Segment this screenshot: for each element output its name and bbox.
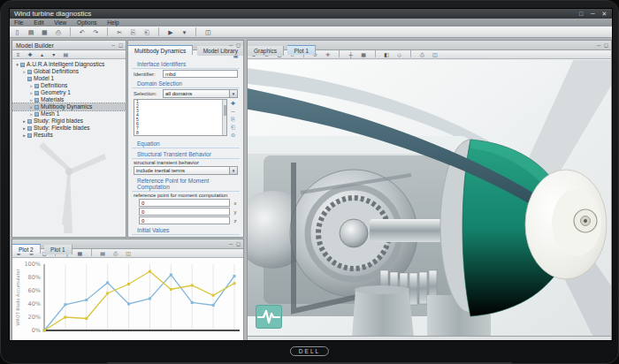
section-interface-identifiers[interactable]: Interface Identifiers [132, 60, 240, 69]
diagnostics-pulse-icon[interactable] [256, 305, 282, 329]
paste-selection-icon[interactable]: ⎗ [229, 123, 237, 130]
expander-icon[interactable]: ▾ [14, 61, 20, 68]
grid-icon[interactable]: ▦ [359, 50, 368, 58]
tab-plot-2[interactable]: Plot 2 [12, 244, 41, 254]
section-joints-summary[interactable]: Joints Summary [132, 237, 240, 238]
tree-item-geometry-1[interactable]: ▹Geometry 1 [12, 89, 126, 96]
open-icon[interactable]: ▤ [26, 27, 35, 36]
menu-options[interactable]: Options [73, 19, 101, 27]
turbine-watermark [19, 129, 118, 233]
snapshot-icon[interactable]: ◫ [124, 249, 133, 257]
expand-all-icon[interactable]: ✚ [26, 50, 34, 58]
node-icon [34, 91, 39, 95]
tab-plot-1[interactable]: Plot 1 [44, 245, 73, 254]
menu-file[interactable]: File [10, 19, 27, 27]
panel-collapse-icon[interactable]: ─ [228, 42, 233, 48]
panel-collapse-icon[interactable]: ─ [596, 42, 601, 48]
panel-collapse-icon[interactable]: ─ [111, 42, 116, 48]
expander-icon[interactable]: ▹ [21, 68, 27, 75]
new-icon[interactable]: ▯ [12, 27, 22, 36]
menu-view[interactable]: View [50, 19, 71, 27]
axes-icon[interactable]: ┼ [347, 50, 355, 58]
section-initial-values[interactable]: Initial Values [132, 226, 240, 235]
copy-selection-icon[interactable]: ⎘ [229, 115, 237, 122]
section-structural-transient[interactable]: Structural Transient Behavior [132, 150, 240, 159]
chart-area[interactable]: 0%20%40%60%80%100%WROT Blade Accumulator [12, 258, 243, 341]
section-domain-selection[interactable]: Domain Selection [132, 80, 240, 88]
chevron-down-icon[interactable]: ▾ [229, 167, 237, 174]
snapshot-icon[interactable]: ◫ [203, 27, 213, 36]
show-icon[interactable]: ▤ [62, 50, 70, 58]
cut-icon[interactable]: ✂ [115, 27, 125, 36]
expander-icon[interactable]: ▹ [28, 110, 34, 118]
close-button[interactable]: ✕ [600, 9, 609, 19]
identifier-field[interactable] [163, 70, 238, 78]
print-icon[interactable]: ⎙ [111, 249, 120, 257]
tree-item-mesh-1[interactable]: ▹Mesh 1 [12, 110, 126, 118]
node-icon [27, 77, 32, 81]
print-icon[interactable]: ⎙ [53, 27, 63, 36]
move-up-icon[interactable]: ▴ [38, 50, 46, 58]
expander-icon[interactable]: ▹ [28, 89, 34, 96]
tree-item-root[interactable]: ▾A.U.R.A Intelligent Diagnostics [12, 61, 126, 68]
panel-detach-icon[interactable]: ◻ [118, 42, 124, 48]
collapse-all-icon[interactable]: ≡ [14, 50, 22, 58]
zoom-selection-icon[interactable]: ⊙ [229, 131, 237, 138]
chevron-down-icon[interactable]: ▾ [229, 90, 237, 97]
print-icon[interactable]: ⎙ [417, 50, 426, 58]
move-down-icon[interactable]: ▾ [50, 50, 57, 58]
save-icon[interactable]: ▦ [40, 27, 50, 36]
ref-point-y-field[interactable] [139, 208, 230, 216]
tree-item-global-definitions[interactable]: ▹Global Definitions [12, 68, 126, 75]
section-reference-point[interactable]: Reference Point for Moment Computation [132, 177, 240, 192]
tab-graphics[interactable]: Graphics [248, 46, 284, 56]
window-controls: □ ─ ✕ [577, 9, 609, 19]
menu-edit[interactable]: Edit [29, 19, 48, 27]
tree-item-study-rigid-blades[interactable]: ▸Study: Rigid blades [12, 118, 126, 125]
paste-icon[interactable]: ⎗ [142, 27, 152, 36]
panel-buttons: ─ ◻ [228, 41, 241, 50]
panel-collapse-icon[interactable]: ─ [228, 241, 233, 246]
inertial-terms-dropdown[interactable]: include inertial terms ▾ [134, 166, 238, 175]
section-equation[interactable]: Equation [132, 140, 240, 148]
remove-selection-icon[interactable]: ─ [229, 107, 237, 114]
panel-detach-icon[interactable]: ◻ [235, 241, 241, 246]
tree-item-model-1[interactable]: Model 1 [12, 75, 126, 82]
menu-help[interactable]: Help [103, 19, 123, 27]
maximize-button[interactable]: □ [577, 9, 586, 19]
snapshot-icon[interactable]: ◫ [431, 50, 439, 58]
domain-list[interactable]: 1 2 3 4 5 6 7 8 [134, 99, 227, 136]
grid-icon[interactable]: ▦ [75, 249, 84, 257]
selection-dropdown[interactable]: all domains ▾ [163, 89, 238, 98]
ref-point-z-field[interactable] [139, 216, 230, 224]
dell-logo: DELL [290, 346, 329, 356]
tree-item-materials[interactable]: ▹Materials [12, 96, 126, 103]
list-item[interactable]: 8 [134, 131, 226, 135]
undo-icon[interactable]: ↶ [77, 27, 87, 36]
redo-icon[interactable]: ↷ [91, 27, 101, 36]
expander-icon[interactable]: ▸ [21, 118, 27, 125]
panel-detach-icon[interactable]: ◻ [603, 42, 609, 48]
minimize-button[interactable]: ─ [588, 9, 598, 19]
tab-multibody-dynamics[interactable]: Multibody Dynamics [128, 45, 193, 55]
tab-plot-1[interactable]: Plot 1 [287, 45, 316, 55]
compute-menu-icon[interactable]: ▾ [180, 27, 189, 36]
expander-icon[interactable]: ▹ [28, 96, 34, 103]
ref-point-x-field[interactable] [139, 199, 230, 207]
selection-label: Selection: [134, 91, 160, 96]
tree-item-multibody-dynamics[interactable]: ▹Multibody Dynamics [12, 103, 126, 110]
wireframe-icon[interactable]: ◇ [394, 50, 403, 58]
copy-icon[interactable]: ⎘ [128, 27, 138, 36]
list-scrollbar[interactable] [222, 100, 226, 135]
compute-icon[interactable]: ▶ [165, 27, 175, 36]
legend-icon[interactable]: ▤ [98, 249, 107, 257]
panel-detach-icon[interactable]: ◻ [235, 42, 241, 48]
add-selection-icon[interactable]: ✚ [229, 99, 237, 106]
tree-item-definitions[interactable]: ▹Definitions [12, 82, 126, 89]
graphics-canvas[interactable] [248, 60, 612, 337]
graphics-tabbar: Graphics Plot 1 ─ ◻ [248, 41, 611, 50]
pan-icon[interactable]: ✛ [324, 50, 332, 58]
transparency-icon[interactable]: ◧ [382, 50, 391, 58]
expander-icon[interactable]: ▹ [28, 103, 34, 110]
expander-icon[interactable]: ▹ [28, 82, 34, 89]
